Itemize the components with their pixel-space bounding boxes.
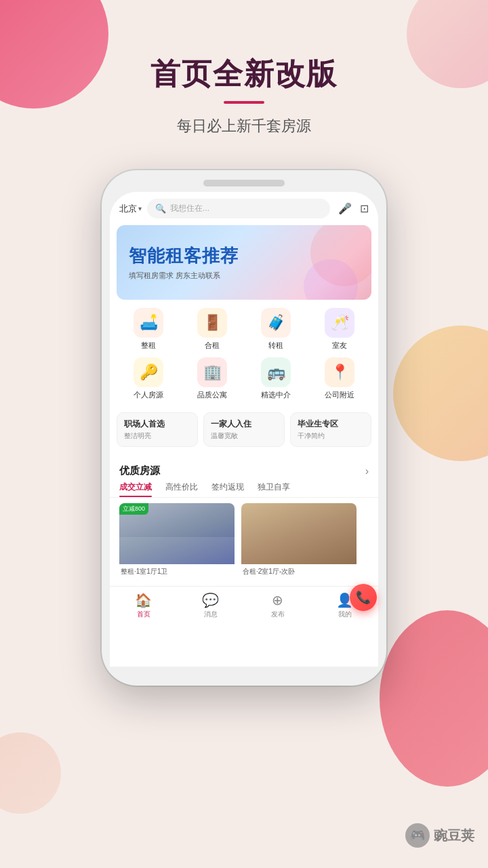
cat-label-quality-apt: 品质公寓 [197, 390, 227, 400]
cat-label-zhuanzu: 转租 [268, 340, 283, 351]
nav-item-message[interactable]: 💬 消息 [177, 592, 244, 619]
phone-shell: 北京 ▾ 🔍 我想住在... 🎤 ⊡ 智能租客推荐 填写租房需求 房东主动联系 [102, 170, 386, 686]
city-selector[interactable]: 北京 ▾ [119, 203, 142, 215]
tag-banner-title-1: 一家人入住 [211, 418, 277, 430]
watermark-logo: 🎮 [405, 823, 430, 848]
tag-banner-sub-2: 干净简约 [298, 431, 364, 441]
tag-banner-title-0: 职场人首选 [124, 418, 190, 430]
cat-label-zhengzu: 整租 [141, 340, 156, 351]
mic-icon[interactable]: 🎤 [338, 202, 352, 215]
cat-icon-personal: 🔑 [134, 357, 163, 387]
message-icon: 💬 [202, 592, 219, 608]
tag-banner-graduate[interactable]: 毕业生专区 干净简约 [290, 412, 371, 447]
tab-xingjiabi[interactable]: 高性价比 [165, 481, 198, 497]
watermark-text: 豌豆荚 [434, 827, 474, 845]
tab-duwi[interactable]: 独卫自享 [258, 481, 290, 497]
search-bar: 北京 ▾ 🔍 我想住在... 🎤 ⊡ [110, 192, 378, 225]
bottom-nav: 🏠 首页 💬 消息 ⊕ 发布 👤 我的 [110, 586, 378, 622]
cat-icon-quality-apt: 🏢 [197, 357, 227, 387]
cat-icon-zhuanzu: 🧳 [261, 308, 291, 338]
main-title: 首页全新改版 [0, 54, 488, 94]
nav-label-message: 消息 [204, 610, 218, 619]
cat-icon-zhengzu: 🛋️ [134, 308, 163, 338]
watermark: 🎮 豌豆荚 [405, 823, 474, 848]
publish-icon: ⊕ [272, 592, 283, 608]
quality-section: 优质房源 › 成交立减 高性价比 签约返现 独卫自享 [110, 458, 378, 586]
cat-item-zhuanzu[interactable]: 🧳 转租 [252, 308, 300, 351]
nav-label-home: 首页 [137, 610, 150, 619]
card-badge-0: 立减800 [119, 503, 148, 515]
quality-header: 优质房源 › [110, 458, 378, 481]
search-placeholder: 我想住在... [170, 203, 209, 214]
nav-label-profile: 我的 [338, 610, 352, 619]
card-image-0: 立减800 [119, 503, 235, 564]
cat-item-quality-apt[interactable]: 🏢 品质公寓 [188, 357, 236, 400]
cat-label-personal: 个人房源 [134, 390, 163, 400]
sub-title: 每日必上新千套房源 [0, 116, 488, 136]
home-icon: 🏠 [135, 592, 152, 608]
call-button[interactable]: 📞 [350, 584, 377, 611]
cat-icon-nearby: 📍 [325, 357, 354, 387]
tab-chengjiao[interactable]: 成交立减 [119, 481, 152, 497]
tag-banner-family[interactable]: 一家人入住 温馨宽敞 [203, 412, 285, 447]
cat-label-nearby: 公司附近 [325, 390, 354, 400]
cat-icon-agency: 🚌 [261, 357, 291, 387]
cat-label-hezu: 合租 [205, 340, 220, 351]
header-section: 首页全新改版 每日必上新千套房源 [0, 0, 488, 150]
title-underline [224, 101, 264, 104]
cat-row-1: 🛋️ 整租 🚪 合租 🧳 转租 🥂 室友 [117, 308, 371, 351]
search-input-area[interactable]: 🔍 我想住在... [147, 199, 330, 218]
nav-item-home[interactable]: 🏠 首页 [110, 592, 177, 619]
nav-label-publish: 发布 [271, 610, 285, 619]
cat-item-nearby[interactable]: 📍 公司附近 [316, 357, 363, 400]
cat-label-agency: 精选中介 [261, 390, 291, 400]
cat-icon-hezu: 🚪 [197, 308, 227, 338]
tag-banner-professional[interactable]: 职场人首选 整洁明亮 [117, 412, 198, 447]
quality-arrow-icon[interactable]: › [365, 465, 369, 477]
banner[interactable]: 智能租客推荐 填写租房需求 房东主动联系 [117, 225, 371, 300]
search-icon: 🔍 [155, 203, 166, 214]
phone-wrapper: 北京 ▾ 🔍 我想住在... 🎤 ⊡ 智能租客推荐 填写租房需求 房东主动联系 [0, 170, 488, 686]
cat-item-roommate[interactable]: 🥂 室友 [316, 308, 363, 351]
nav-item-publish[interactable]: ⊕ 发布 [244, 592, 311, 619]
property-card-0[interactable]: 立减800 整租·1室1厅1卫 [119, 503, 235, 576]
cat-row-2: 🔑 个人房源 🏢 品质公寓 🚌 精选中介 📍 公司附近 [117, 357, 371, 400]
card-info-0: 整租·1室1厅1卫 [119, 564, 235, 576]
tag-banner-title-2: 毕业生专区 [298, 418, 364, 430]
cat-item-hezu[interactable]: 🚪 合租 [188, 308, 236, 351]
property-cards-row: 立减800 整租·1室1厅1卫 合租·2室1厅-次卧 [110, 503, 378, 586]
cat-item-agency[interactable]: 🚌 精选中介 [252, 357, 300, 400]
phone-screen: 北京 ▾ 🔍 我想住在... 🎤 ⊡ 智能租客推荐 填写租房需求 房东主动联系 [110, 192, 378, 667]
property-card-1[interactable]: 合租·2室1厅-次卧 [241, 503, 357, 576]
categories: 🛋️ 整租 🚪 合租 🧳 转租 🥂 室友 [110, 300, 378, 410]
quality-title: 优质房源 [119, 465, 160, 477]
card-image-1 [241, 503, 357, 564]
cat-label-roommate: 室友 [332, 340, 347, 351]
tag-banner-sub-1: 温馨宽敞 [211, 431, 277, 441]
quality-tabs: 成交立减 高性价比 签约返现 独卫自享 [110, 481, 378, 498]
city-arrow-icon: ▾ [138, 205, 142, 212]
cat-item-personal[interactable]: 🔑 个人房源 [125, 357, 172, 400]
bg-deco-bottom-left [0, 732, 61, 814]
card-info-1: 合租·2室1厅-次卧 [241, 564, 357, 576]
cat-icon-roommate: 🥂 [325, 308, 354, 338]
scan-icon[interactable]: ⊡ [360, 202, 369, 215]
cat-item-zhengzu[interactable]: 🛋️ 整租 [125, 308, 172, 351]
tag-banner-sub-0: 整洁明亮 [124, 431, 190, 441]
tab-qianyue[interactable]: 签约返现 [211, 481, 244, 497]
tag-row: 职场人首选 整洁明亮 一家人入住 温馨宽敞 毕业生专区 干净简约 [110, 410, 378, 454]
city-label: 北京 [119, 203, 137, 215]
phone-notch [203, 180, 285, 186]
